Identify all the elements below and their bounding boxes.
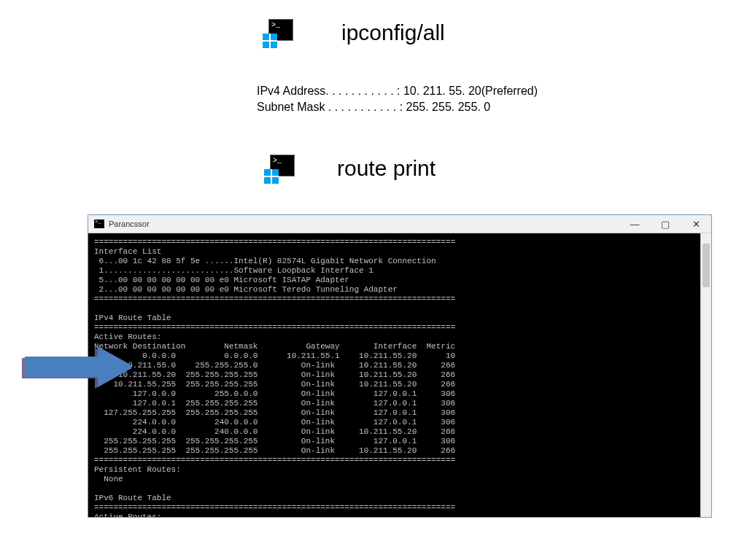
maximize-button[interactable]: ▢ [650, 215, 681, 233]
cmd-prompt-icon [263, 19, 295, 48]
titlebar-cmd-icon [94, 219, 104, 228]
command-prompt-window: Parancssor — ▢ ✕ =======================… [88, 214, 712, 518]
close-button[interactable]: ✕ [681, 215, 711, 233]
windows-logo-icon [264, 169, 279, 184]
command-output: ========================================… [88, 233, 711, 517]
ipv4-address-line: IPv4 Address. . . . . . . . . . . : 10. … [257, 83, 538, 99]
cmd-prompt-icon [264, 155, 296, 184]
scrollbar-thumb[interactable] [703, 244, 710, 287]
scrollbar[interactable] [700, 233, 711, 517]
minimize-button[interactable]: — [619, 215, 650, 233]
ipconfig-output: IPv4 Address. . . . . . . . . . . : 10. … [257, 83, 538, 115]
window-titlebar: Parancssor — ▢ ✕ [88, 215, 711, 233]
heading-route-print: route print [337, 156, 436, 181]
subnet-mask-line: Subnet Mask . . . . . . . . . . . : 255.… [257, 99, 538, 115]
route-print-output: ========================================… [94, 238, 455, 517]
windows-logo-icon [263, 34, 277, 48]
heading-ipconfig: ipconfig/all [341, 20, 445, 45]
window-title: Parancssor [109, 219, 150, 228]
